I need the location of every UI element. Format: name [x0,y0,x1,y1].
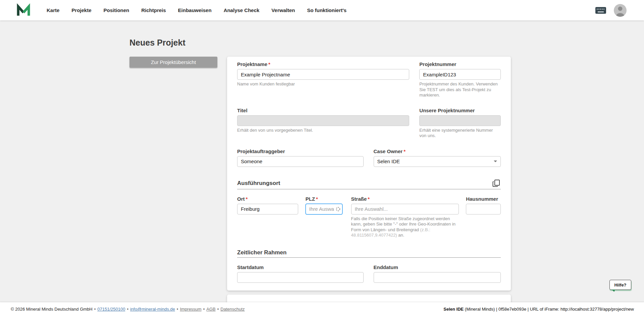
session-user: Selen IDE [443,307,464,312]
required-asterisk: * [404,148,406,154]
enddatum-label: Enddatum [374,264,501,270]
startdatum-label: Startdatum [237,264,364,270]
titel-helper: Erhält den von uns vorgegebenen Titel. [237,128,409,133]
footer: © 2026 Mineral Minds Deutschland GmbH • … [0,302,644,316]
startdatum-input[interactable] [237,272,364,283]
required-asterisk: * [268,61,270,67]
new-project-form-card: Projektname* Name vom Kunden festlegbar … [227,57,511,291]
projektauftraggeber-label: Projektauftraggeber [237,148,364,154]
unsere-projektnummer-input [419,115,501,126]
enddatum-input[interactable] [374,272,501,283]
phone-link[interactable]: 07151/250100 [97,307,125,312]
ort-input[interactable] [237,204,298,214]
zeitlicher-rahmen-heading: Zeitlicher Rahmen [237,249,286,256]
projektauftraggeber-input[interactable] [237,156,364,167]
copy-location-button[interactable] [492,179,501,188]
impressum-link[interactable]: Impressum [180,307,201,312]
nav-item-positionen[interactable]: Positionen [104,7,129,13]
ausfuehrungsort-section-header: Ausführungsort [237,179,501,189]
chevron-down-icon [494,161,497,162]
ort-label: Ort* [237,196,298,202]
nav-menu: Karte Projekte Positionen Richtpreis Ein… [47,7,346,13]
keyboard-icon[interactable] [595,6,606,14]
nav-item-so-funktionierts[interactable]: So funktioniert's [307,7,346,13]
required-asterisk: * [368,196,370,202]
footer-links: © 2026 Mineral Minds Deutschland GmbH • … [11,307,245,312]
projektnummer-helper: Projektnummer des Kunden. Verwenden Sie … [419,81,501,98]
loading-spinner-icon [336,207,340,211]
nav-item-verwalten[interactable]: Verwalten [271,7,295,13]
copyright-text: © 2026 Mineral Minds Deutschland GmbH [11,307,93,312]
nav-item-richtpreis[interactable]: Richtpreis [141,7,166,13]
user-avatar[interactable] [614,4,627,17]
case-owner-select[interactable]: Selen IDE [374,156,501,167]
nav-item-karte[interactable]: Karte [47,7,59,13]
hausnummer-label: Hausnummer [466,196,501,202]
projektnummer-input[interactable] [419,69,501,80]
strasse-helper: Falls die Position keiner Straße zugeord… [351,216,459,238]
mineral-minds-logo-icon[interactable] [16,3,31,17]
ausfuehrungsort-heading: Ausführungsort [237,180,280,187]
nav-item-einbauweisen[interactable]: Einbauweisen [178,7,212,13]
titel-input [237,115,409,126]
separator-dot: • [94,307,96,312]
session-info: Selen IDE (Mineral Minds) | 0f58e7eb093e… [443,307,634,312]
nav-item-projekte[interactable]: Projekte [71,7,91,13]
session-details: (Mineral Minds) | 0f58e7eb093e | URL of … [464,307,634,312]
person-icon [614,4,627,17]
case-owner-label: Case Owner* [374,148,501,154]
hausnummer-input[interactable] [466,204,501,214]
agb-link[interactable]: AGB [206,307,215,312]
plz-label: PLZ* [306,196,342,202]
separator-dot: • [177,307,178,312]
datenschutz-link[interactable]: Datenschutz [220,307,245,312]
main-content: Neues Projekt Zur Projektübersicht Proje… [0,20,644,302]
strasse-label: Straße* [351,196,459,202]
projektname-label: Projektname* [237,61,409,67]
page-title: Neues Projekt [129,38,185,48]
titel-label: Titel [237,107,409,114]
back-to-projects-button[interactable]: Zur Projektübersicht [129,57,217,68]
required-asterisk: * [316,196,318,202]
projektname-input[interactable] [237,69,409,80]
separator-dot: • [127,307,128,312]
email-link[interactable]: info@mineral-minds.de [130,307,175,312]
content-copy-icon [492,179,501,188]
unsere-projektnummer-helper: Erhält eine systemgenerierte Nummer von … [419,128,501,139]
top-navbar: Karte Projekte Positionen Richtpreis Ein… [0,0,644,20]
nav-item-analyse-check[interactable]: Analyse Check [224,7,260,13]
projektname-helper: Name vom Kunden festlegbar [237,81,409,87]
zeitlicher-rahmen-section-header: Zeitlicher Rahmen [237,249,501,258]
separator-dot: • [203,307,205,312]
strasse-input[interactable] [351,204,459,214]
help-button[interactable]: Hilfe? [609,280,631,290]
projektnummer-label: Projektnummer [419,61,501,67]
required-asterisk: * [246,196,248,202]
case-owner-selected-value: Selen IDE [377,159,400,164]
separator-dot: • [217,307,219,312]
unsere-projektnummer-label: Unsere Projektnummer [419,107,501,114]
